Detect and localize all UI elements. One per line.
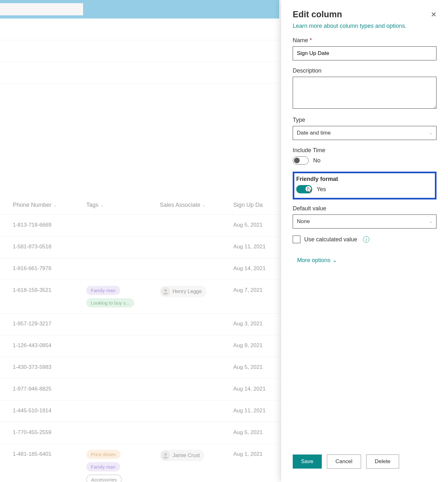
friendly-format-toggle[interactable] xyxy=(296,185,312,193)
svg-point-1 xyxy=(165,453,167,455)
date-cell: Aug 1, 2021 xyxy=(233,450,273,457)
close-button[interactable]: ✕ xyxy=(431,11,436,19)
default-value-label: Default value xyxy=(293,205,436,212)
tags-cell: Price drivenFamily manAccessories xyxy=(86,450,160,482)
chevron-down-icon: ⌄ xyxy=(53,203,57,207)
table-row[interactable]: 1-957-129-3217Aug 3, 2021 xyxy=(0,314,279,335)
delete-button[interactable]: Delete xyxy=(366,455,399,469)
tag-pill[interactable]: Family man xyxy=(86,286,120,295)
tags-cell: Family manLooking to buy s... xyxy=(86,286,160,307)
description-label: Description xyxy=(293,67,436,74)
cancel-button[interactable]: Cancel xyxy=(327,455,361,469)
table-row[interactable]: 1-581-873-0518Aug 11, 2021 xyxy=(0,237,279,258)
table-row[interactable]: 1-916-661-7976Aug 14, 2021 xyxy=(0,258,279,280)
name-input[interactable] xyxy=(293,46,436,60)
include-time-toggle[interactable] xyxy=(293,156,309,165)
include-time-value: No xyxy=(313,157,321,164)
phone-cell: 1-581-873-0518 xyxy=(13,242,86,250)
tag-pill[interactable]: Accessories xyxy=(86,475,122,482)
person-icon xyxy=(161,287,170,296)
date-cell: Aug 5, 2021 xyxy=(233,363,273,370)
calculated-value-checkbox[interactable] xyxy=(293,236,300,243)
column-header-tags[interactable]: Tags⌄ xyxy=(86,202,160,208)
calculated-value-label: Use calculated value xyxy=(304,236,357,243)
info-icon[interactable]: i xyxy=(363,236,369,243)
phone-cell: 1-430-373-5983 xyxy=(13,363,86,370)
date-cell: Aug 14, 2021 xyxy=(233,264,273,272)
table-row[interactable]: 1-813-718-6669Aug 5, 2021 xyxy=(0,215,279,237)
chevron-down-icon: ⌄ xyxy=(429,131,432,135)
phone-cell: 1-977-946-8825 xyxy=(13,385,86,392)
list-area: Phone Number⌄ Tags⌄ Sales Associate⌄ Sig… xyxy=(0,19,279,482)
friendly-format-label: Friendly format xyxy=(296,176,432,183)
date-cell: Aug 3, 2021 xyxy=(233,319,273,327)
tag-pill[interactable]: Price driven xyxy=(86,450,120,459)
phone-cell: 1-813-718-6669 xyxy=(13,221,86,228)
save-button[interactable]: Save xyxy=(293,455,322,469)
tag-pill[interactable]: Family man xyxy=(86,462,120,471)
table-row[interactable]: 1-430-373-5983Aug 5, 2021 xyxy=(0,357,279,379)
associate-pill[interactable]: Jamie Crust xyxy=(160,450,204,461)
table-row[interactable]: 1-481-185-6401Price drivenFamily manAcce… xyxy=(0,444,279,482)
phone-cell: 1-916-661-7976 xyxy=(13,264,86,272)
chevron-down-icon: ⌄ xyxy=(332,257,337,264)
table-row[interactable]: 1-126-443-0854Aug 9, 2021 xyxy=(0,335,279,357)
date-cell: Aug 5, 2021 xyxy=(233,221,273,228)
table-row[interactable]: 1-618-159-3521Family manLooking to buy s… xyxy=(0,280,279,314)
associate-pill[interactable]: Henry Legge xyxy=(160,286,206,297)
phone-cell: 1-770-455-2559 xyxy=(13,428,86,436)
friendly-format-highlight: Friendly format Yes xyxy=(293,172,436,199)
tag-pill[interactable]: Looking to buy s... xyxy=(86,298,134,307)
date-cell: Aug 5, 2021 xyxy=(233,428,273,436)
panel-title: Edit column xyxy=(293,10,342,19)
phone-cell: 1-126-443-0854 xyxy=(13,341,86,349)
name-label: Name * xyxy=(293,37,436,44)
phone-cell: 1-481-185-6401 xyxy=(13,450,86,457)
description-input[interactable] xyxy=(293,77,436,109)
learn-more-link[interactable]: Learn more about column types and option… xyxy=(293,23,436,29)
include-time-label: Include Time xyxy=(293,147,436,154)
svg-point-0 xyxy=(165,289,167,292)
edit-column-panel: Edit column ✕ Learn more about column ty… xyxy=(281,0,448,482)
phone-cell: 1-957-129-3217 xyxy=(13,319,86,327)
phone-cell: 1-618-159-3521 xyxy=(13,286,86,293)
date-cell: Aug 7, 2021 xyxy=(233,286,273,293)
search-input[interactable] xyxy=(0,3,83,15)
associate-cell: Jamie Crust xyxy=(160,450,233,461)
chevron-down-icon: ⌄ xyxy=(100,203,104,207)
date-cell: Aug 11, 2021 xyxy=(233,242,273,250)
person-icon xyxy=(161,451,170,460)
date-cell: Aug 14, 2021 xyxy=(233,385,273,392)
column-header-phone[interactable]: Phone Number⌄ xyxy=(13,202,86,208)
phone-cell: 1-445-510-1914 xyxy=(13,406,86,414)
column-header-sales-associate[interactable]: Sales Associate⌄ xyxy=(160,202,233,208)
chevron-down-icon: ⌄ xyxy=(429,219,432,224)
column-header-row: Phone Number⌄ Tags⌄ Sales Associate⌄ Sig… xyxy=(0,196,279,215)
chevron-down-icon: ⌄ xyxy=(202,203,205,207)
associate-cell: Henry Legge xyxy=(160,286,233,297)
top-bar xyxy=(0,0,279,19)
type-select[interactable]: Date and time ⌄ xyxy=(293,126,436,140)
date-cell: Aug 9, 2021 xyxy=(233,341,273,349)
table-row[interactable]: 1-770-455-2559Aug 5, 2021 xyxy=(0,422,279,444)
table-row[interactable]: 1-977-946-8825Aug 14, 2021 xyxy=(0,379,279,400)
type-label: Type xyxy=(293,117,436,123)
table-row[interactable]: 1-445-510-1914Aug 11, 2021 xyxy=(0,400,279,422)
default-value-select[interactable]: None ⌄ xyxy=(293,214,436,229)
date-cell: Aug 11, 2021 xyxy=(233,406,273,414)
more-options-toggle[interactable]: More options ⌄ xyxy=(297,257,436,264)
column-header-sign-up-date[interactable]: Sign Up Da xyxy=(233,202,273,208)
friendly-format-value: Yes xyxy=(317,186,326,193)
